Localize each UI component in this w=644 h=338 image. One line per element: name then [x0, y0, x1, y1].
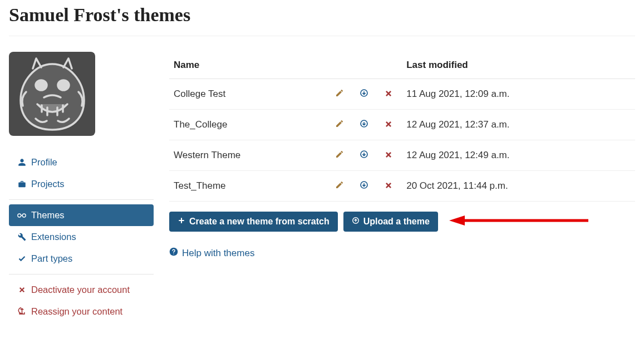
sidebar-item-label: Themes — [31, 210, 65, 221]
col-name: Name — [169, 52, 328, 79]
sidebar: Profile Projects Themes Extensions — [9, 52, 154, 322]
upload-theme-label: Upload a theme — [363, 217, 430, 227]
edit-icon[interactable] — [335, 119, 345, 129]
col-actions — [353, 52, 377, 79]
theme-modified: 12 Aug 2021, 12:37 a.m. — [402, 110, 635, 140]
col-actions — [377, 52, 402, 79]
table-row: Test_Theme20 Oct 2021, 11:44 p.m. — [169, 171, 635, 202]
create-theme-button[interactable]: Create a new theme from scratch — [169, 212, 338, 232]
nav-list: Profile Projects Themes Extensions — [9, 151, 154, 322]
sidebar-item-label: Projects — [31, 179, 65, 189]
layout: Profile Projects Themes Extensions — [9, 52, 635, 322]
upload-icon — [352, 217, 360, 227]
download-icon[interactable] — [359, 149, 369, 159]
sidebar-item-label: Deactivate your account — [31, 285, 130, 295]
table-row: College Test11 Aug 2021, 12:09 a.m. — [169, 79, 635, 110]
sidebar-item-profile[interactable]: Profile — [9, 151, 154, 173]
svg-point-2 — [58, 80, 69, 90]
edit-icon[interactable] — [335, 149, 345, 159]
upload-theme-button[interactable]: Upload a theme — [343, 212, 438, 232]
download-icon[interactable] — [359, 88, 369, 98]
help-with-themes-link[interactable]: Help with themes — [169, 247, 254, 259]
plus-icon — [178, 217, 185, 227]
sidebar-item-themes[interactable]: Themes — [9, 204, 154, 226]
delete-icon[interactable] — [384, 150, 394, 160]
sidebar-item-part-types[interactable]: Part types — [9, 248, 154, 270]
check-icon — [17, 254, 27, 263]
download-icon[interactable] — [359, 180, 369, 190]
theme-name: The_College — [169, 110, 328, 140]
button-row: Create a new theme from scratch Upload a… — [169, 212, 635, 232]
delete-icon[interactable] — [384, 119, 394, 129]
avatar — [9, 52, 95, 136]
sidebar-item-label: Extensions — [31, 232, 76, 242]
theme-modified: 12 Aug 2021, 12:49 a.m. — [402, 140, 635, 171]
edit-icon[interactable] — [335, 180, 345, 190]
table-row: Western Theme12 Aug 2021, 12:49 a.m. — [169, 140, 635, 171]
nav-separator — [9, 199, 154, 200]
delete-icon[interactable] — [384, 89, 394, 99]
main-content: Name Last modified College Test11 Aug 20… — [169, 52, 635, 322]
sidebar-item-projects[interactable]: Projects — [9, 173, 154, 195]
delete-icon[interactable] — [384, 180, 394, 190]
svg-point-1 — [36, 80, 47, 90]
svg-marker-11 — [449, 215, 465, 226]
col-modified: Last modified — [402, 52, 635, 79]
briefcase-icon — [17, 180, 27, 188]
wrench-icon — [17, 233, 27, 241]
divider — [9, 36, 635, 36]
svg-point-4 — [22, 214, 26, 217]
sidebar-item-deactivate[interactable]: Deactivate your account — [9, 279, 154, 301]
themes-table: Name Last modified College Test11 Aug 20… — [169, 52, 635, 202]
svg-point-3 — [18, 214, 21, 217]
theme-name: Western Theme — [169, 140, 328, 171]
theme-name: College Test — [169, 79, 328, 110]
sidebar-item-label: Profile — [31, 157, 57, 168]
sidebar-item-label: Part types — [31, 253, 72, 264]
nav-separator — [9, 274, 154, 275]
theme-name: Test_Theme — [169, 171, 328, 202]
eye-icon — [17, 212, 27, 219]
sidebar-item-reassign[interactable]: Reassign your content — [9, 301, 154, 322]
x-icon — [17, 286, 27, 293]
help-label: Help with themes — [182, 248, 254, 259]
sidebar-item-label: Reassign your content — [31, 306, 122, 317]
edit-icon[interactable] — [335, 88, 345, 98]
question-icon — [169, 247, 178, 259]
annotation-arrow-icon — [449, 214, 588, 229]
sidebar-item-extensions[interactable]: Extensions — [9, 226, 154, 248]
col-actions — [328, 52, 353, 79]
user-icon — [17, 158, 27, 166]
table-row: The_College12 Aug 2021, 12:37 a.m. — [169, 110, 635, 140]
share-icon — [17, 307, 27, 316]
theme-modified: 20 Oct 2021, 11:44 p.m. — [402, 171, 635, 202]
create-theme-label: Create a new theme from scratch — [189, 217, 330, 227]
theme-modified: 11 Aug 2021, 12:09 a.m. — [402, 79, 635, 110]
download-icon[interactable] — [359, 119, 369, 129]
page-title: Samuel Frost's themes — [9, 4, 635, 26]
